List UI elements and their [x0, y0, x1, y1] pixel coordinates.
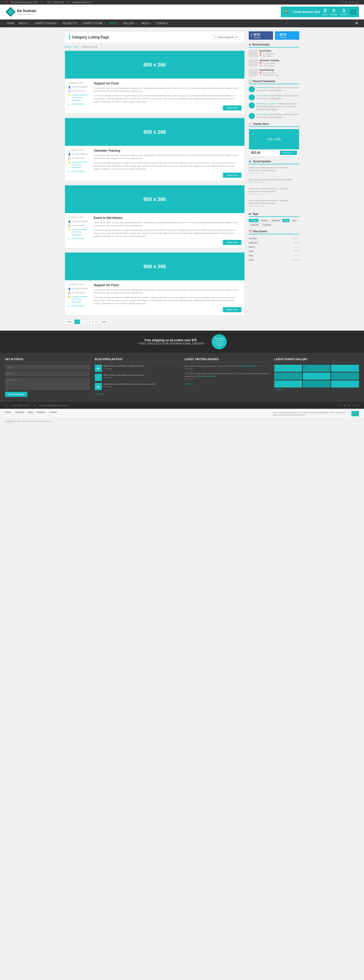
social-in-icon[interactable]: in: [348, 404, 350, 407]
nav-charity-events[interactable]: CHARITY EVENTS ▼: [32, 19, 60, 27]
footer-email[interactable]: contact@domainname.com: [40, 404, 67, 407]
commenter-link[interactable]: Pellentesque habitant:: [256, 103, 276, 105]
send-message-button[interactable]: Send Message: [5, 392, 27, 397]
past-event-link[interactable]: May: [249, 254, 253, 257]
nav-charity-store[interactable]: CHARITY STORE ▼: [80, 19, 107, 27]
view-all-twitter-link[interactable]: + View All: [184, 383, 193, 385]
marathon-button[interactable]: +: [350, 10, 356, 14]
social-pi-icon[interactable]: p: [358, 404, 359, 407]
facebook-follow[interactable]: f 5678 Followers: [249, 31, 273, 40]
gallery-item[interactable]: [274, 380, 302, 388]
social-pi-icon[interactable]: p: [358, 1, 359, 3]
social-gp-icon[interactable]: g+: [344, 404, 347, 407]
twitter-follow[interactable]: t 5678 Followers: [275, 31, 299, 40]
breadcrumb-blog[interactable]: Blog: [73, 46, 78, 48]
read-more-button[interactable]: Read more: [223, 105, 242, 110]
social-vi-icon[interactable]: v: [352, 1, 353, 3]
commenter-link[interactable]: morbi tristique: [256, 94, 269, 97]
social-tw-icon[interactable]: t: [343, 1, 343, 3]
tag-item[interactable]: nonprofit: [249, 223, 260, 226]
blog-post-link[interactable]: Alsum muctus maentabus et nam pura ornar…: [103, 374, 144, 376]
page-button-3[interactable]: 3: [87, 320, 92, 324]
read-more-button[interactable]: Read more: [223, 173, 242, 178]
gallery-item[interactable]: [331, 372, 359, 380]
tag-item[interactable]: care: [291, 219, 298, 222]
breadcrumb-home[interactable]: Home: [65, 46, 71, 48]
twitter-update-link[interactable]: http://fb.me/qH2F8Y: [239, 365, 257, 367]
gallery-item[interactable]: [274, 365, 302, 372]
tag-item[interactable]: donation: [270, 219, 281, 222]
tag-item[interactable]: give: [282, 219, 290, 222]
past-event-link[interactable]: January: [249, 237, 257, 240]
gallery-item[interactable]: [303, 372, 331, 380]
prev-page-button[interactable]: Prev: [65, 320, 73, 324]
read-more-button[interactable]: Read more: [223, 240, 242, 245]
comment-item: Pellentesque habitant: Pellentesque habi…: [249, 102, 299, 111]
product-image: 422 x 356: [249, 129, 299, 150]
past-event-link[interactable]: March: [249, 246, 255, 248]
event-info: Food Expo 📅 12 June 2013 📍 San Jose: [259, 49, 275, 57]
post-meta: ◷ May 27, 2013 👤 by Sarah Williams 💬 10 …: [68, 149, 91, 178]
social-vi-icon[interactable]: v: [352, 404, 353, 407]
social-fb-icon[interactable]: f: [340, 1, 341, 3]
page-button-2[interactable]: 2: [81, 320, 86, 324]
page-button-4[interactable]: 4: [94, 320, 99, 324]
social-gp-icon[interactable]: g+: [345, 1, 347, 3]
past-event-link[interactable]: June: [249, 259, 254, 261]
past-event-link[interactable]: April: [249, 250, 253, 253]
post-tags: 🏷 Charity Events: [68, 237, 91, 240]
social-fb-icon[interactable]: f: [340, 404, 340, 407]
social-in-icon[interactable]: in: [349, 1, 351, 3]
page-button-1[interactable]: 1: [75, 320, 80, 324]
folder-icon: 📁: [68, 229, 71, 231]
email-icon: ✉: [33, 404, 36, 407]
phone-icon: 📞: [41, 1, 43, 3]
social-yt-icon[interactable]: u: [355, 1, 356, 3]
nav-pages[interactable]: PAGES ▼: [139, 19, 154, 27]
nav-contact[interactable]: CONTACT: [154, 19, 170, 27]
footer-link-features[interactable]: Features: [15, 411, 24, 416]
nav-gallery[interactable]: GALLERY ▼: [121, 19, 139, 27]
commenter-link[interactable]: morbi tristique: [256, 113, 269, 116]
past-event-link[interactable]: February: [249, 242, 258, 244]
footer-link-portfolio[interactable]: Portfolio: [37, 411, 45, 416]
contact-email-input[interactable]: [5, 371, 90, 376]
gallery-item[interactable]: [303, 365, 331, 372]
contact-name-input[interactable]: [5, 365, 90, 370]
add-to-cart-button[interactable]: Add to cart 🛒: [280, 151, 297, 155]
social-tw-icon[interactable]: t: [342, 404, 343, 407]
commenter-link[interactable]: morbi tristique: [256, 86, 269, 89]
nav-home[interactable]: HOME: [5, 19, 17, 27]
footer-link-contact[interactable]: Contact: [49, 411, 57, 416]
tag-item[interactable]: donate: [259, 219, 269, 222]
product-price: $22.45: [251, 151, 261, 154]
twitter-update-link[interactable]: http://fb.me/w1HfW7: [198, 375, 216, 377]
gallery-item[interactable]: [331, 380, 359, 388]
view-all-gallery-link[interactable]: + View All: [274, 388, 283, 391]
tag-item[interactable]: volunteer: [261, 223, 273, 226]
footer-twitter-col: LATEST TWITTER UPDATES New Topics Called…: [184, 358, 269, 397]
contact-comments-input[interactable]: [5, 377, 90, 390]
logo-area[interactable]: be human change the world: [5, 7, 37, 17]
seconds-count: 0 Seconds: [340, 8, 348, 16]
next-page-button[interactable]: Next: [100, 320, 109, 324]
event-thumbnail: [249, 49, 258, 57]
footer-link-blog[interactable]: Blog: [28, 411, 33, 416]
view-all-blog-link[interactable]: + View All: [95, 393, 103, 395]
nav-blog[interactable]: BLOG ▼: [107, 19, 121, 27]
gallery-item[interactable]: [303, 380, 331, 388]
tags-widget: 🏷 Tags charity donate donation give care…: [249, 213, 299, 226]
footer-link-home[interactable]: Home: [5, 411, 11, 416]
gallery-item[interactable]: [331, 365, 359, 372]
nav-about[interactable]: ABOUT ▼: [17, 19, 32, 27]
blog-post-link[interactable]: Alsum muctus maentabus in nath pura ornr…: [103, 383, 155, 385]
blog-post-link[interactable]: Alsum muctus maentabus in nath purus orn…: [103, 365, 144, 367]
nav-projects[interactable]: PROJECTS ▼: [60, 19, 80, 27]
social-yt-icon[interactable]: u: [354, 404, 356, 407]
blog-post-info: Alsum muctus maentabus et nam pura ornar…: [103, 374, 144, 379]
search-icon[interactable]: 🔍: [355, 22, 359, 25]
blog-categories-button[interactable]: 🏷 Blog Categories ▼: [212, 35, 240, 40]
gallery-item[interactable]: [274, 372, 302, 380]
read-more-button[interactable]: Read more: [223, 307, 242, 312]
tag-item[interactable]: charity: [249, 219, 258, 222]
